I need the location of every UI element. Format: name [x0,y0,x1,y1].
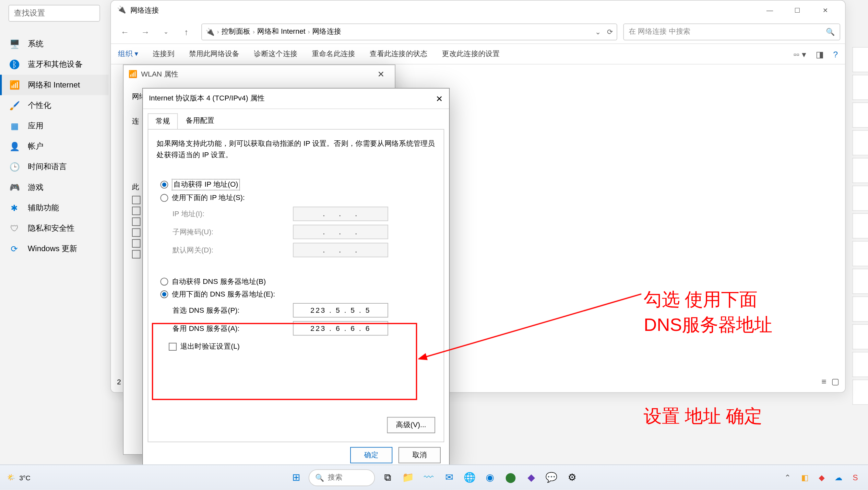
tab-alternate[interactable]: 备用配置 [178,113,222,129]
dns2-label: 备用 DNS 服务器(A): [173,323,293,334]
advanced-button[interactable]: 高级(V)... [387,417,435,433]
item-count: 2 [117,378,121,386]
sidebar-item-personalize[interactable]: 🖌️个性化 [0,95,108,116]
chevron-right-icon: › [308,28,310,35]
view-options-icon[interactable]: ▫▫ ▾ [794,49,806,59]
dns2-input[interactable]: 223 . 6 . 6 . 6 [293,322,388,336]
sidebar-item-privacy[interactable]: 🛡隐私和安全性 [0,218,108,238]
explorer-toolbar: 组织 ▾ 连接到 禁用此网络设备 诊断这个连接 重命名此连接 查看此连接的状态 … [111,44,845,64]
sidebar-item-network[interactable]: 📶网络和 Internet [0,75,108,95]
help-icon[interactable]: ? [833,49,838,59]
toolbar-status[interactable]: 查看此连接的状态 [370,49,427,59]
sidebar-item-label: 应用 [28,121,43,131]
settings-search-input[interactable]: 查找设置 [8,5,100,22]
app-icon[interactable]: 〰 [421,469,436,485]
tab-general[interactable]: 常规 [148,113,178,129]
mail-icon[interactable]: ✉ [441,469,457,485]
preview-pane-icon[interactable]: ◨ [816,49,824,59]
radio-icon [160,181,168,189]
edge-icon[interactable]: ◉ [482,469,498,485]
toolbar-connect[interactable]: 连接到 [153,49,175,59]
sidebar-item-accounts[interactable]: 👤帐户 [0,136,108,157]
large-icons-view-icon[interactable]: ▢ [831,377,839,386]
radio-auto-dns[interactable]: 自动获得 DNS 服务器地址(B) [160,277,435,287]
taskbar-weather[interactable]: 🌤️ 3°C [0,473,30,481]
explorer-titlebar[interactable]: 🔌 网络连接 — ☐ ✕ [111,1,845,20]
radio-manual-dns[interactable]: 使用下面的 DNS 服务器地址(E): [160,289,435,300]
breadcrumb-item[interactable]: 控制面板 [221,27,250,37]
sidebar-item-time[interactable]: 🕒时间和语言 [0,157,108,177]
onedrive-icon[interactable]: ☁ [833,473,844,482]
sidebar-item-label: 游戏 [28,182,43,193]
chrome-icon[interactable]: 🌐 [462,469,477,485]
breadcrumb-item[interactable]: 网络连接 [312,27,341,37]
explorer-icon[interactable]: 📁 [400,469,416,485]
close-button[interactable]: ✕ [811,1,839,20]
explorer-search-input[interactable]: 在 网络连接 中搜索 🔍 [623,23,840,40]
nav-up[interactable]: ↑ [177,23,195,41]
tray-icon[interactable]: ◆ [816,473,827,482]
close-button[interactable]: ✕ [372,69,390,79]
taskbar-search[interactable]: 🔍搜索 [309,469,375,486]
wlan-titlebar[interactable]: 📶 WLAN 属性 ✕ [124,65,395,83]
toolbar-disable[interactable]: 禁用此网络设备 [189,49,240,59]
toolbar-organize[interactable]: 组织 ▾ [118,49,138,59]
sidebar-item-label: Windows 更新 [28,243,78,254]
start-button[interactable]: ⊞ [288,469,304,485]
radio-manual-ip[interactable]: 使用下面的 IP 地址(S): [160,193,435,203]
checkbox [132,207,141,215]
radio-icon [160,194,168,202]
radio-auto-ip[interactable]: 自动获得 IP 地址(O) [160,179,435,191]
background-window-edges [852,47,868,468]
weather-icon: 🌤️ [7,473,16,481]
sidebar-item-label: 帐户 [28,141,43,152]
sidebar-item-games[interactable]: 🎮游戏 [0,177,108,198]
sidebar-item-system[interactable]: 🖥️系统 [0,34,108,54]
ip-input: . . . [293,207,388,221]
settings-icon[interactable]: ⚙ [564,469,580,485]
system-icon: 🖥️ [10,39,20,49]
chevron-down-icon[interactable]: ⌄ [595,28,601,36]
ipv4-titlebar[interactable]: Internet 协议版本 4 (TCP/IPv4) 属性 ✕ [143,89,449,109]
close-button[interactable]: ✕ [436,94,443,103]
refresh-icon[interactable]: ⟳ [607,28,613,36]
dns1-label: 首选 DNS 服务器(P): [173,305,293,316]
details-view-icon[interactable]: ≡ [821,377,826,386]
sidebar-item-apps[interactable]: ▦应用 [0,116,108,136]
app-icon[interactable]: ⬤ [503,469,518,485]
breadcrumb-item[interactable]: 网络和 Internet [257,27,305,37]
taskbar-center: ⊞ 🔍搜索 ⧉ 📁 〰 ✉ 🌐 ◉ ⬤ ◆ 💬 ⚙ [288,469,580,486]
maximize-button[interactable]: ☐ [784,1,812,20]
sidebar-item-bluetooth[interactable]: ᛒ蓝牙和其他设备 [0,54,108,74]
checkbox [132,218,141,226]
checkbox [132,228,141,237]
chevron-up-icon[interactable]: ⌃ [782,473,793,482]
sidebar-item-accessibility[interactable]: ✱辅助功能 [0,198,108,218]
clock-icon: 🕒 [10,162,20,172]
gateway-label: 默认网关(D): [173,245,293,255]
tray-icon[interactable]: ◧ [799,473,810,482]
ok-button[interactable]: 确定 [350,447,392,463]
task-view-icon[interactable]: ⧉ [380,469,395,485]
checkbox [132,196,141,204]
toolbar-diagnose[interactable]: 诊断这个连接 [254,49,297,59]
wechat-icon[interactable]: 💬 [544,469,559,485]
toolbar-change[interactable]: 更改此连接的设置 [442,49,500,59]
annotation-text-2: 设置 地址 确定 [644,404,762,429]
sidebar-item-update[interactable]: ⟳Windows 更新 [0,238,108,259]
toolbar-rename[interactable]: 重命名此连接 [312,49,355,59]
chevron-right-icon: › [253,28,255,35]
breadcrumb[interactable]: 🔌 › 控制面板 › 网络和 Internet › 网络连接 ⌄⟳ [202,23,617,40]
checkbox-validate[interactable]: 退出时验证设置(L) [169,342,435,352]
minimize-button[interactable]: — [756,1,784,20]
cancel-button[interactable]: 取消 [399,447,441,463]
mask-label: 子网掩码(U): [173,227,293,237]
nav-forward[interactable]: → [136,23,154,41]
dns1-input[interactable]: 223 . 5 . 5 . 5 [293,303,388,318]
annotation-text-1: 勾选 使用下面 DNS服务器地址 [644,287,772,337]
nav-recent[interactable]: ⌄ [157,23,175,41]
gamepad-icon: 🎮 [10,183,20,192]
ime-icon[interactable]: S [850,473,861,482]
nav-back[interactable]: ← [116,23,134,41]
app-icon[interactable]: ◆ [523,469,539,485]
